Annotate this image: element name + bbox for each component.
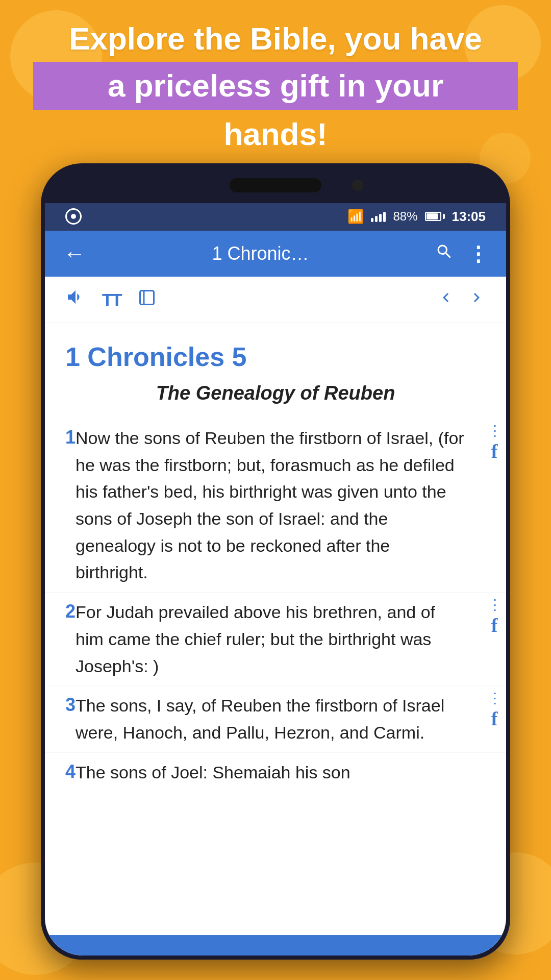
notch-bar <box>45 167 506 203</box>
content-area: TT <box>45 277 506 955</box>
verse-text: The sons of Joel: Shemaiah his son <box>76 759 506 786</box>
section-title: The Genealogy of Reuben <box>45 377 506 419</box>
battery-icon <box>425 212 445 221</box>
verse-row: 1 Now the sons of Reuben the firstborn o… <box>45 419 506 593</box>
status-ring <box>71 214 76 219</box>
status-right: 📶 88% 13:05 <box>347 209 486 225</box>
action-right <box>437 288 486 311</box>
signal-bar-2 <box>375 216 378 222</box>
camera-notch <box>230 178 321 192</box>
promo-banner: a priceless gift in your <box>33 62 518 110</box>
signal-bar-3 <box>379 214 382 222</box>
verse-text: Now the sons of Reuben the firstborn of … <box>76 425 506 586</box>
prev-chapter-button[interactable] <box>437 288 455 311</box>
svg-rect-0 <box>140 291 154 305</box>
verse-2-share-button[interactable]: f <box>491 614 498 636</box>
verse-row: 2 For Judah prevailed above his brethren… <box>45 593 506 686</box>
verse-number: 2 <box>45 599 76 622</box>
audio-button[interactable] <box>65 287 86 312</box>
camera-dot <box>352 180 363 191</box>
verse-1-share-button[interactable]: f <box>491 440 498 462</box>
verse-1-options-button[interactable]: ⋮ <box>488 426 501 436</box>
status-time: 13:05 <box>452 209 486 225</box>
back-button[interactable]: ← <box>63 241 86 266</box>
chapter-title: 1 Chronicles 5 <box>45 323 506 377</box>
verse-3-share-button[interactable]: f <box>491 707 498 730</box>
battery-body <box>425 212 441 221</box>
status-bar: 📶 88% 13:05 <box>45 202 506 231</box>
verse-row: 3 The sons, I say, of Reuben the firstbo… <box>45 686 506 752</box>
wifi-icon: 📶 <box>347 209 364 225</box>
verse-number: 3 <box>45 692 76 716</box>
verse-number: 4 <box>45 759 76 782</box>
verse-container: 1 Now the sons of Reuben the firstborn o… <box>45 419 506 792</box>
toolbar-title: 1 Chronic… <box>86 243 435 264</box>
bookmark-button[interactable] <box>138 287 156 312</box>
promo-line3: hands! <box>0 115 551 153</box>
verse-2-options-button[interactable]: ⋮ <box>488 600 501 610</box>
battery-tip <box>443 214 445 219</box>
action-bar: TT <box>45 277 506 323</box>
verse-2-actions: ⋮ f <box>488 600 501 636</box>
search-button[interactable] <box>435 242 454 265</box>
verse-1-actions: ⋮ f <box>488 426 501 462</box>
promo-line2: a priceless gift in your <box>54 67 497 105</box>
phone-mockup: 📶 88% 13:05 ← 1 Chroni <box>41 163 510 960</box>
status-left <box>65 208 82 225</box>
phone-inner: 📶 88% 13:05 ← 1 Chroni <box>45 167 506 955</box>
battery-fill <box>427 213 438 219</box>
battery-percent: 88% <box>393 209 417 224</box>
action-left: TT <box>65 287 156 312</box>
verse-3-actions: ⋮ f <box>488 693 501 730</box>
toolbar-icons: ⋮ <box>435 242 488 265</box>
verse-text: For Judah prevailed above his brethren, … <box>76 599 506 679</box>
next-chapter-button[interactable] <box>467 288 486 311</box>
app-toolbar: ← 1 Chronic… ⋮ <box>45 231 506 277</box>
signal-bar-4 <box>383 212 386 222</box>
status-icon <box>65 208 82 225</box>
verse-row: 4 The sons of Joel: Shemaiah his son <box>45 753 506 792</box>
promo-line1: Explore the Bible, you have <box>0 20 551 57</box>
signal-bars <box>371 211 386 222</box>
bottom-bar <box>45 935 506 955</box>
more-options-button[interactable]: ⋮ <box>468 246 488 262</box>
verse-text: The sons, I say, of Reuben the firstborn… <box>76 692 506 746</box>
verse-number: 1 <box>45 425 76 448</box>
promo-header: Explore the Bible, you have a priceless … <box>0 20 551 153</box>
font-size-button[interactable]: TT <box>102 290 121 310</box>
verse-3-options-button[interactable]: ⋮ <box>488 693 501 703</box>
signal-bar-1 <box>371 218 373 222</box>
